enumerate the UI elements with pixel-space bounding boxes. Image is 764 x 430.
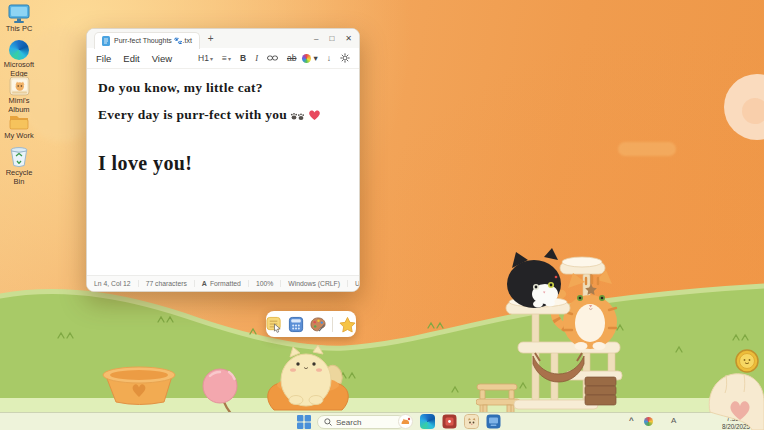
encoding: UTF-8 (348, 280, 360, 287)
formatted-badge: A Formatted (195, 280, 249, 287)
search-label: Search (336, 418, 361, 427)
dock-star-button[interactable] (339, 316, 356, 333)
cursor-position: Ln 4, Col 12 (87, 280, 139, 287)
notepad-titlebar: Purr-fect Thoughts 🐾.txt + – □ ✕ (87, 29, 359, 48)
dock-calculator-button[interactable] (288, 316, 304, 333)
editor-area[interactable]: Do you know, my little cat? Every day is… (87, 69, 359, 275)
pet-dock (266, 311, 356, 337)
pet-food-bowl (98, 364, 180, 408)
italic-button[interactable]: I (255, 53, 258, 63)
zoom-level: 100% (249, 280, 281, 287)
cloud-icon (618, 142, 676, 156)
notepad-file-icon (102, 36, 110, 46)
dock-notes-button[interactable] (266, 316, 282, 333)
list-dropdown[interactable]: ≡▾ (222, 53, 231, 63)
black-cat[interactable] (507, 248, 561, 308)
minimize-button[interactable]: – (314, 34, 318, 43)
dock-palette-button[interactable] (310, 316, 326, 333)
desktop-icon-my-work[interactable]: My Work (2, 112, 36, 141)
desktop-icon-label: My Work (4, 132, 33, 141)
download-button[interactable]: ↓ (327, 53, 331, 63)
recycle-bin-icon (9, 146, 29, 168)
chevron-down-icon: ▾ (210, 56, 213, 62)
this-pc-monitor-icon (8, 3, 30, 24)
heart-icon (308, 109, 321, 121)
fat-cat[interactable] (262, 342, 354, 412)
text-line-2: Every day is purr-fect with you (98, 101, 348, 128)
chevron-down-icon: ▾ (228, 56, 231, 62)
heading-dropdown[interactable]: H1▾ (198, 53, 213, 63)
chevron-down-icon: ▾ (313, 53, 317, 63)
taskbar: Search ^ (0, 412, 764, 430)
theme-color-button[interactable]: ▾ (302, 53, 317, 63)
paw-overlay (706, 368, 764, 430)
dock-divider (332, 317, 333, 332)
notepad-window: Purr-fect Thoughts 🐾.txt + – □ ✕ File Ed… (86, 28, 360, 292)
new-tab-button[interactable]: + (205, 33, 217, 44)
color-wheel-icon (302, 54, 311, 63)
desktop-icon-label: This PC (6, 25, 33, 34)
notepad-statusbar: Ln 4, Col 12 77 characters A Formatted 1… (87, 275, 359, 291)
tab-title: Purr-fect Thoughts 🐾.txt (114, 37, 192, 45)
tray-expand-chevron[interactable]: ^ (629, 417, 634, 425)
line-ending: Windows (CRLF) (281, 280, 348, 287)
character-count: 77 characters (139, 280, 195, 287)
text-line-1: Do you know, my little cat? (98, 74, 348, 101)
close-button[interactable]: ✕ (345, 34, 352, 43)
bold-button[interactable]: B (240, 53, 246, 63)
menu-edit[interactable]: Edit (123, 53, 139, 64)
file-tab[interactable]: Purr-fect Thoughts 🐾.txt (94, 32, 200, 49)
cat-tower (488, 230, 648, 428)
search-box[interactable]: Search (317, 415, 405, 429)
folder-icon (8, 112, 30, 131)
cloud-icon (742, 98, 764, 124)
taskbar-app-edge[interactable] (420, 414, 435, 429)
link-icon[interactable] (267, 54, 278, 62)
text-line-3: I love you! (98, 152, 348, 175)
desktop-icon-edge[interactable]: Microsoft Edge (2, 40, 36, 78)
taskbar-app-blue[interactable] (486, 414, 501, 429)
paw-prints-icon (290, 109, 305, 121)
maximize-button[interactable]: □ (329, 34, 334, 43)
cat-photo-icon (9, 76, 30, 96)
edge-logo-icon (9, 40, 29, 60)
letter-a-icon: A (202, 280, 207, 287)
desktop: This PC Microsoft Edge Mimi's Album My W… (0, 0, 764, 430)
taskbar-app-cream[interactable] (464, 414, 479, 429)
desktop-icon-this-pc[interactable]: This PC (2, 3, 36, 34)
desktop-icon-label: Recycle Bin (2, 169, 36, 186)
desktop-icon-album[interactable]: Mimi's Album (2, 76, 36, 114)
search-icon (324, 418, 332, 426)
taskbar-app-cat[interactable] (398, 414, 413, 429)
tower-steps (585, 377, 616, 405)
menu-file[interactable]: File (96, 53, 111, 64)
taskbar-app-red[interactable] (442, 414, 457, 429)
notepad-menubar: File Edit View H1▾ ≡▾ B I ab ▾ ↓ (87, 48, 359, 69)
clear-format-button[interactable]: ab (287, 53, 296, 63)
desktop-icon-recycle-bin[interactable]: Recycle Bin (2, 146, 36, 186)
menu-view[interactable]: View (152, 53, 172, 64)
settings-gear-icon[interactable] (340, 53, 350, 63)
tray-color-app-icon[interactable] (644, 417, 653, 426)
start-button[interactable] (297, 415, 311, 429)
tray-language-indicator[interactable]: A (671, 417, 676, 425)
